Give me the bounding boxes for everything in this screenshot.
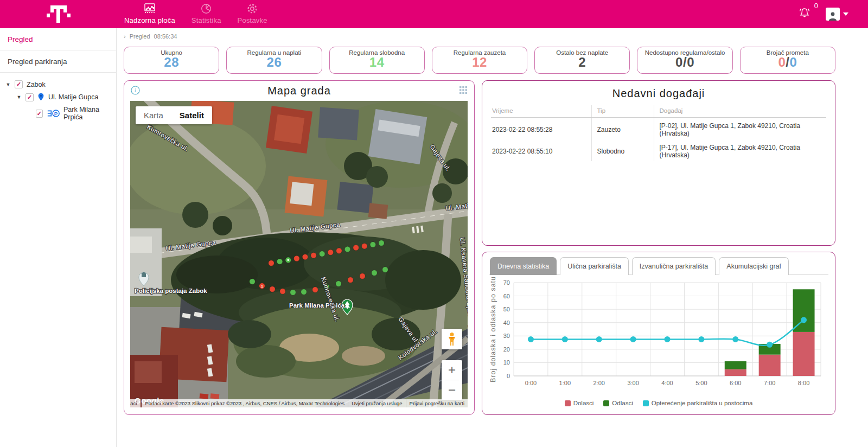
parking-spot-free[interactable] bbox=[370, 242, 375, 247]
satellite-map: 1 Policijska postaja ZabokPark Milana Pr… bbox=[130, 101, 468, 407]
parking-spot-occupied[interactable] bbox=[302, 254, 308, 259]
stat-card-ostalo-bez-naplate: Ostalo bez naplate2 bbox=[534, 47, 630, 74]
tree-node-zabok[interactable]: ▼✓Zabok bbox=[2, 78, 114, 91]
tree-checkbox[interactable]: ✓ bbox=[15, 80, 23, 88]
event-row: 2023-02-22 08:55:10Slobodno[P-17], Ul. M… bbox=[491, 139, 826, 161]
tree-checkbox[interactable]: ✓ bbox=[36, 110, 43, 118]
attribution-link[interactable]: Prijavi pogrešku na karti bbox=[406, 399, 468, 407]
tree-checkbox[interactable]: ✓ bbox=[25, 93, 34, 101]
parking-spot-free[interactable] bbox=[277, 259, 282, 264]
map-type-satelit-button[interactable]: Satelit bbox=[171, 106, 212, 124]
tab-uli-na-parkirali-ta[interactable]: Ulična parkirališta bbox=[560, 257, 629, 275]
map-type-karta-button[interactable]: Karta bbox=[136, 106, 171, 124]
parking-spot-occupied[interactable] bbox=[269, 260, 274, 266]
nav-item-settings[interactable]: Postavke bbox=[237, 0, 269, 28]
stat-card-value: 2 bbox=[535, 56, 629, 69]
breadcrumb-label[interactable]: Pregled bbox=[130, 33, 150, 40]
tree-node-ul-matije-gupca[interactable]: ▼✓Ul. Matije Gupca bbox=[2, 91, 114, 104]
sidebar-item-pregled-parkiranja[interactable]: Pregled parkiranja bbox=[0, 50, 116, 73]
notification-count: 0 bbox=[814, 2, 818, 10]
event-cell: Slobodno bbox=[591, 139, 654, 161]
svg-text:P: P bbox=[54, 111, 58, 117]
legend-item-optere-enje-parkirali-ta-u-postocima[interactable]: Opterećenje parkirališta u postocima bbox=[643, 400, 753, 406]
parking-spot-occupied[interactable] bbox=[280, 289, 285, 294]
recent-events-panel: Nedavni događaji VrijemeTipDogađaj 2023-… bbox=[482, 80, 835, 246]
legend-item-dolasci[interactable]: Dolasci bbox=[565, 400, 594, 406]
parking-spot-free[interactable] bbox=[301, 289, 307, 295]
stat-card-regularna-u-naplati: Regularna u naplati26 bbox=[226, 47, 322, 74]
events-column-header: Vrijeme bbox=[491, 105, 591, 118]
parking-spot-occupied[interactable] bbox=[312, 287, 318, 292]
zoom-out-button[interactable]: − bbox=[442, 380, 462, 400]
stat-card-nedostupno-regularna-ostalo: Nedostupno regularna/ostalo0/0 bbox=[637, 47, 732, 74]
parking-spot-occupied[interactable]: 1 bbox=[259, 283, 265, 289]
pegman-control[interactable] bbox=[442, 329, 462, 349]
nav-item-dashboard[interactable]: Nadzorna ploča bbox=[123, 0, 176, 28]
parking-spot-occupied[interactable] bbox=[362, 243, 367, 248]
svg-text:0: 0 bbox=[507, 373, 510, 379]
nav-item-label: Postavke bbox=[238, 16, 267, 24]
info-icon[interactable]: i bbox=[131, 86, 140, 95]
parking-spot-occupied[interactable] bbox=[311, 253, 316, 258]
tab-akumulacijski-graf[interactable]: Akumulacijski graf bbox=[719, 257, 789, 275]
nav-item-statistics[interactable]: Statistika bbox=[190, 0, 222, 28]
parking-spot-free[interactable] bbox=[372, 270, 377, 276]
sidebar-item-pregled[interactable]: Pregled bbox=[0, 28, 116, 50]
parking-spot-occupied[interactable] bbox=[294, 256, 299, 261]
zoom-in-button[interactable]: + bbox=[442, 360, 462, 380]
attribution-link[interactable]: Podaci karte ©2023 Slikovni prikaz ©2023… bbox=[142, 399, 348, 407]
parking-spot-occupied[interactable] bbox=[353, 245, 359, 250]
legend-item-odlasci[interactable]: Odlasci bbox=[603, 400, 633, 406]
parking-spot-occupied[interactable] bbox=[328, 250, 333, 255]
parking-spot-free[interactable] bbox=[285, 257, 291, 263]
parking-spot-occupied[interactable] bbox=[270, 286, 275, 292]
poi-label[interactable]: Policijska postaja Zabok bbox=[135, 288, 207, 294]
telekom-logo-icon bbox=[47, 4, 71, 24]
legend-swatch-icon bbox=[565, 400, 571, 406]
brand-area[interactable] bbox=[0, 0, 117, 28]
expand-caret-icon[interactable]: ▼ bbox=[16, 94, 22, 100]
user-icon bbox=[828, 11, 838, 21]
svg-text:6:00: 6:00 bbox=[730, 380, 741, 386]
parking-spot-free[interactable] bbox=[344, 246, 350, 252]
svg-text:i: i bbox=[135, 87, 136, 93]
map-zoom-control: + − bbox=[442, 360, 462, 400]
grid-icon[interactable] bbox=[459, 86, 468, 94]
chart-legend: DolasciOdlasciOpterećenje parkirališta u… bbox=[489, 400, 828, 406]
svg-text:70: 70 bbox=[503, 279, 510, 286]
attribution-link[interactable]: Uvjeti pružanja usluge bbox=[348, 399, 405, 407]
daily-statistics-chart: 0102030405060700:001:002:003:004:005:006… bbox=[489, 275, 827, 398]
legend-swatch-icon bbox=[603, 400, 609, 406]
chart-area: 0102030405060700:001:002:003:004:005:006… bbox=[489, 275, 828, 406]
tab-dnevna-statistika[interactable]: Dnevna statistika bbox=[490, 257, 557, 275]
app-header: Nadzorna pločaStatistikaPostavke 0 bbox=[0, 0, 868, 28]
parking-spot-free[interactable] bbox=[290, 290, 296, 295]
stat-cards-row: Ukupno28Regularna u naplati26Regularna s… bbox=[124, 47, 835, 74]
tree-node-park-milana-prpi-a[interactable]: ✓PPark Milana Prpića bbox=[2, 104, 114, 123]
svg-text:50: 50 bbox=[503, 306, 510, 312]
svg-text:1: 1 bbox=[261, 284, 263, 288]
stat-card-regularna-slobodna: Regularna slobodna14 bbox=[329, 47, 425, 74]
map-panel-header: i Mapa grada bbox=[124, 81, 474, 101]
svg-text:30: 30 bbox=[503, 333, 510, 339]
keyboard-shortcuts-link[interactable]: Tipkovni prečaci bbox=[130, 399, 141, 407]
parking-spot-occupied[interactable] bbox=[360, 273, 365, 279]
stat-card-value: 28 bbox=[124, 56, 219, 69]
breadcrumb: › Pregled 08:56:34 bbox=[124, 33, 835, 40]
parking-spot-free[interactable] bbox=[379, 240, 384, 246]
events-column-header: Događaj bbox=[654, 105, 826, 118]
notifications-button[interactable]: 0 bbox=[797, 6, 812, 22]
parking-spot-occupied[interactable] bbox=[348, 277, 353, 283]
parking-spot-free[interactable] bbox=[382, 267, 388, 272]
expand-caret-icon[interactable]: ▼ bbox=[5, 82, 11, 87]
parking-spot-free[interactable] bbox=[250, 279, 255, 284]
tab-izvanuli-na-parkirali-ta[interactable]: Izvanulična parkirališta bbox=[632, 257, 716, 275]
parking-spot-free[interactable] bbox=[336, 281, 341, 286]
dashboard-icon bbox=[143, 3, 156, 15]
dashboard-page: Nadzorna pločaStatistikaPostavke 0 bbox=[0, 0, 868, 447]
parking-spot-occupied[interactable] bbox=[336, 248, 342, 253]
legend-label: Opterećenje parkirališta u postocima bbox=[652, 400, 753, 406]
user-menu[interactable] bbox=[826, 8, 848, 21]
parking-spot-free[interactable] bbox=[319, 251, 324, 257]
map-canvas[interactable]: 1 Policijska postaja ZabokPark Milana Pr… bbox=[130, 101, 468, 407]
